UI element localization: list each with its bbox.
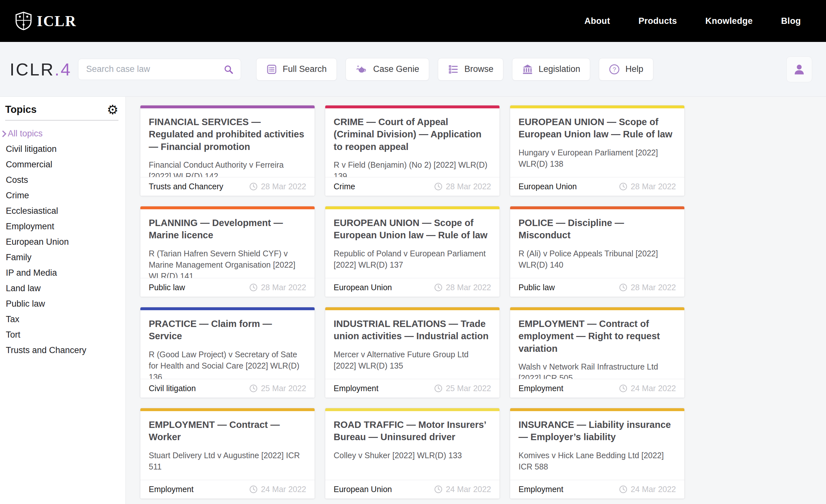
card-footer: Trusts and Chancery 28 Mar 2022 [140,177,314,196]
card-title: PRACTICE — Claim form — Service [149,318,306,342]
card-date-text: 28 Mar 2022 [446,283,491,292]
card-citation: R (Ali) v Police Appeals Tribunal [2022]… [519,248,676,270]
sidebar-item-costs[interactable]: Costs [5,172,125,188]
sidebar-item-family[interactable]: Family [5,250,125,265]
topnav-link-blog[interactable]: Blog [781,16,801,26]
case-card[interactable]: POLICE — Discipline — Misconduct R (Ali)… [510,206,685,297]
genie-lamp-icon [356,64,368,74]
sidebar-item-commercial[interactable]: Commercial [5,157,125,172]
case-genie-button[interactable]: Case Genie [346,58,429,81]
card-date: 28 Mar 2022 [249,283,306,292]
card-title: INDUSTRIAL RELATIONS — Trade union activ… [334,318,491,342]
sidebar-item-tax[interactable]: Tax [5,312,125,327]
card-accent-bar [325,408,499,411]
topnav-link-about[interactable]: About [584,16,610,26]
iclr-brand-logo[interactable]: ICLR [15,12,76,30]
sidebar-item-label: IP and Media [6,268,57,278]
search-button[interactable] [222,63,235,76]
legislation-label: Legislation [538,64,580,74]
sidebar-item-label: Commercial [6,160,52,170]
case-card[interactable]: EMPLOYMENT — Contract — Worker Stuart De… [140,408,315,499]
sidebar-item-tort[interactable]: Tort [5,327,125,342]
card-date: 28 Mar 2022 [434,182,491,191]
case-card[interactable]: INSURANCE — Liability insurance — Employ… [510,408,685,499]
case-card[interactable]: PLANNING — Development — Marine licence … [140,206,315,297]
sidebar-item-label: European Union [6,237,69,247]
case-card[interactable]: PRACTICE — Claim form — Service R (Good … [140,307,315,398]
question-circle-icon: ? [609,64,620,75]
clock-icon [434,384,443,393]
search-box [78,59,241,80]
app-header: ICLR.4 [0,42,826,97]
card-footer: Public law 28 Mar 2022 [140,278,314,297]
content-area: Topics ⚙ All topics Civil litigation Com… [0,97,826,504]
search-input[interactable] [85,64,222,74]
case-card[interactable]: EUROPEAN UNION — Scope of European Union… [510,105,685,196]
card-date: 25 Mar 2022 [249,384,306,393]
card-topic: Employment [149,485,194,494]
card-accent-bar [510,408,684,411]
topic-list: All topics Civil litigation Commercial C… [5,126,125,358]
card-date: 24 Mar 2022 [249,485,306,494]
card-date: 28 Mar 2022 [434,283,491,292]
sidebar-item-ip-and-media[interactable]: IP and Media [5,265,125,280]
clock-icon [434,283,443,292]
card-date: 28 Mar 2022 [619,182,676,191]
browse-button[interactable]: Browse [438,58,504,81]
card-accent-bar [140,206,314,209]
topnav-link-products[interactable]: Products [639,16,677,26]
sidebar-item-all-topics[interactable]: All topics [5,126,125,141]
card-footer: Employment 24 Mar 2022 [510,480,684,499]
header-buttons: Full Search Case Genie [256,58,653,81]
case-card[interactable]: INDUSTRIAL RELATIONS — Trade union activ… [325,307,500,398]
full-search-button[interactable]: Full Search [256,58,337,81]
gear-icon: ⚙ [107,102,118,117]
iclr4-logo-suffix: .4 [55,60,72,79]
card-accent-bar [140,106,314,108]
card-footer: European Union 28 Mar 2022 [510,177,684,196]
sidebar-item-european-union[interactable]: European Union [5,234,125,250]
sidebar-item-label: Ecclesiastical [6,206,58,216]
card-citation: Republic of Poland v European Parliament… [334,248,491,270]
case-card[interactable]: CRIME — Court of Appeal (Criminal Divisi… [325,105,500,196]
sidebar-item-employment[interactable]: Employment [5,218,125,234]
card-footer: Crime 28 Mar 2022 [325,177,499,196]
topics-settings-button[interactable]: ⚙ [107,103,118,116]
case-card[interactable]: EUROPEAN UNION — Scope of European Union… [325,206,500,297]
sidebar-item-civil-litigation[interactable]: Civil litigation [5,141,125,157]
sidebar-item-public-law[interactable]: Public law [5,296,125,312]
sidebar-title: Topics [5,104,37,115]
topnav-link-knowledge[interactable]: Knowledge [705,16,753,26]
sidebar-item-land-law[interactable]: Land law [5,280,125,296]
sidebar-item-ecclesiastical[interactable]: Ecclesiastical [5,203,125,218]
user-icon [792,63,806,76]
card-footer: Employment 24 Mar 2022 [140,480,314,499]
card-footer: European Union 28 Mar 2022 [325,278,499,297]
sidebar-item-crime[interactable]: Crime [5,188,125,203]
legislation-button[interactable]: Legislation [512,58,590,81]
help-button[interactable]: ? Help [599,58,653,81]
case-card[interactable]: FINANCIAL SERVICES — Regulated and prohi… [140,105,315,196]
chevron-right-icon [1,130,6,138]
case-card[interactable]: EMPLOYMENT — Contract of employment — Ri… [510,307,685,398]
clock-icon [434,485,443,494]
card-accent-bar [325,307,499,310]
case-card[interactable]: ROAD TRAFFIC — Motor Insurers’ Bureau — … [325,408,500,499]
card-citation: R (Tarian Hafren Severn Shield CYF) v Ma… [149,248,306,282]
card-title: EMPLOYMENT — Contract of employment — Ri… [519,318,676,355]
sidebar-item-label: Family [6,252,32,262]
sidebar-item-trusts-and-chancery[interactable]: Trusts and Chancery [5,342,125,358]
card-date-text: 25 Mar 2022 [446,384,491,393]
card-title: EUROPEAN UNION — Scope of European Union… [334,217,491,242]
card-topic: Public law [519,283,555,292]
card-citation: Mercer v Alternative Future Group Ltd [2… [334,349,491,372]
card-citation: Hungary v European Parliament [2022] WLR… [519,147,676,170]
account-button[interactable] [786,56,812,82]
iclr4-logo[interactable]: ICLR.4 [10,59,78,79]
card-date-text: 28 Mar 2022 [631,283,676,292]
card-date-text: 24 Mar 2022 [261,485,306,494]
card-title: ROAD TRAFFIC — Motor Insurers’ Bureau — … [334,419,491,443]
case-card-grid: FINANCIAL SERVICES — Regulated and prohi… [140,105,826,499]
clock-icon [619,283,628,292]
card-topic: European Union [334,283,392,292]
